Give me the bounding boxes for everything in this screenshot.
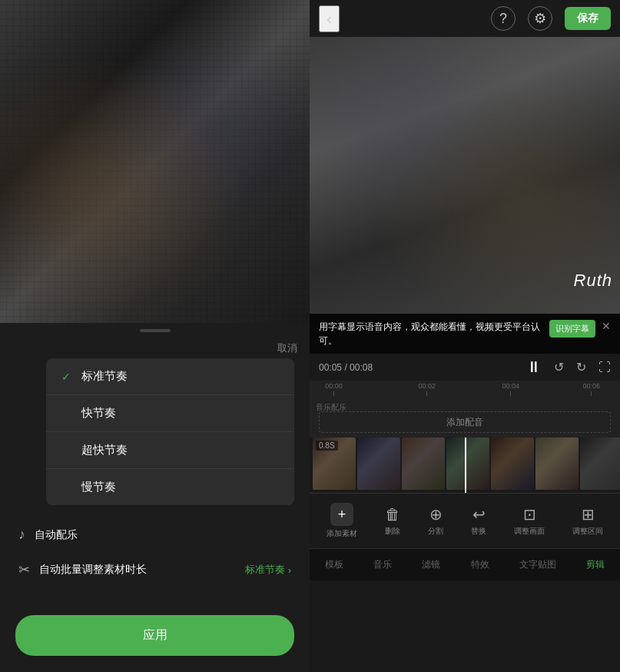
rhythm-dropdown: ✓ 标准节奏 快节奏 超快节奏 慢节奏 (46, 358, 294, 505)
dropdown-item-veryfast[interactable]: 超快节奏 (46, 432, 294, 469)
dropdown-item-fast[interactable]: 快节奏 (46, 395, 294, 432)
caption-banner: 用字幕显示语音内容，观众都能看懂，视频更受平台认可。 识别字幕 ✕ (310, 314, 620, 354)
tab-music[interactable]: 音乐 (367, 555, 398, 574)
ruler-mark-1: 00:02 (418, 382, 436, 396)
thumb-4 (446, 437, 489, 490)
replace-icon: ↩ (472, 505, 486, 524)
add-material-btn[interactable]: + 添加素材 (320, 500, 363, 542)
tab-text[interactable]: 文字贴图 (513, 555, 562, 574)
ruler-marks: 00:00 00:02 00:04 00:06 (310, 384, 620, 396)
right-panel: ‹ ? ⚙ 保存 Ruth 用字幕显示语音内容，观众都能看懂，视频更受平台认可。… (310, 0, 620, 672)
sub-label-standard: 标准节奏 › (245, 563, 291, 577)
left-video-preview (0, 0, 310, 323)
cancel-area: 取消 (0, 338, 310, 358)
left-video-overlay (0, 0, 310, 323)
tab-template[interactable]: 模板 (319, 555, 350, 574)
adjust-frame-btn[interactable]: ⊡ 调整画面 (508, 502, 551, 540)
ruler-mark-3: 00:06 (583, 382, 601, 396)
fullscreen-button[interactable]: ⛶ (598, 361, 611, 374)
add-audio-label: 添加配音 (446, 416, 483, 429)
time-total: 00:08 (350, 362, 373, 373)
playback-controls: ⏸ ↺ ↻ ⛶ (526, 358, 611, 376)
undo-button[interactable]: ↺ (554, 360, 564, 374)
tab-filter[interactable]: 滤镜 (416, 555, 446, 574)
check-icon: ✓ (61, 371, 74, 383)
adjust-frame-icon: ⊡ (523, 505, 536, 524)
playhead (465, 437, 466, 493)
left-panel: 取消 ✓ 标准节奏 快节奏 超快节奏 慢节奏 ♪ 自动配乐 ✂ 自动批量调整素 (0, 0, 310, 672)
dropdown-label-standard: 标准节奏 (81, 369, 128, 384)
auto-music-label: 自动配乐 (35, 528, 78, 542)
bottom-nav: 模板 音乐 滤镜 特效 文字贴图 剪辑 (310, 548, 620, 581)
back-button[interactable]: ‹ (319, 5, 340, 32)
strip-speed-label: 0.8S (316, 441, 338, 451)
ruler-mark-2: 00:04 (502, 382, 519, 396)
recognize-caption-button[interactable]: 识别字幕 (549, 320, 595, 338)
delete-btn[interactable]: 🗑 删除 (379, 503, 406, 540)
delete-label: 删除 (385, 526, 400, 537)
drag-bar (140, 329, 171, 332)
sub-label-text: 标准节奏 (245, 563, 285, 577)
scissors-icon: ✂ (18, 561, 30, 578)
drag-handle[interactable] (0, 323, 310, 338)
play-pause-button[interactable]: ⏸ (526, 358, 542, 376)
redo-button[interactable]: ↻ (576, 360, 586, 374)
topbar: ‹ ? ⚙ 保存 (310, 0, 620, 37)
dropdown-item-standard[interactable]: ✓ 标准节奏 (46, 358, 294, 395)
save-button[interactable]: 保存 (565, 7, 611, 30)
adjust-frame-label: 调整画面 (514, 526, 545, 537)
time-current: 00:05 (319, 362, 342, 373)
split-label: 分割 (428, 526, 443, 537)
left-menu: ♪ 自动配乐 ✂ 自动批量调整素材时长 标准节奏 › (0, 505, 310, 600)
dropdown-label-fast: 快节奏 (81, 406, 116, 421)
add-material-label: 添加素材 (327, 528, 357, 539)
split-btn[interactable]: ⊕ 分割 (422, 502, 449, 540)
adjust-range-icon: ⊞ (582, 505, 595, 524)
delete-icon: 🗑 (385, 506, 400, 524)
thumb-6 (535, 437, 579, 490)
thumb-2 (357, 437, 400, 490)
audio-track: 音乐配乐 添加配音 (310, 399, 620, 437)
timeline-section: 00:05 / 00:08 ⏸ ↺ ↻ ⛶ 00:00 00:02 (310, 354, 620, 672)
auto-adjust-item[interactable]: ✂ 自动批量调整素材时长 标准节奏 › (0, 552, 310, 587)
music-track-label: 音乐配乐 (316, 402, 346, 413)
thumb-3 (402, 437, 445, 490)
add-icon: + (330, 503, 353, 526)
caption-text: 用字幕显示语音内容，观众都能看懂，视频更受平台认可。 (319, 320, 543, 348)
replace-btn[interactable]: ↩ 替换 (465, 502, 492, 540)
thumb-5 (491, 437, 534, 490)
time-display: 00:05 / 00:08 (319, 362, 517, 373)
split-icon: ⊕ (429, 505, 443, 524)
cancel-button[interactable]: 取消 (277, 341, 297, 355)
right-video-preview: Ruth (310, 37, 620, 314)
tab-effects[interactable]: 特效 (465, 555, 496, 574)
auto-adjust-label: 自动批量调整素材时长 (39, 563, 147, 577)
chevron-right-icon: › (288, 564, 291, 576)
adjust-range-btn[interactable]: ⊞ 调整区间 (566, 502, 609, 540)
music-icon: ♪ (18, 527, 25, 543)
topbar-actions: ? ⚙ 保存 (491, 6, 611, 31)
caption-close-button[interactable]: ✕ (602, 320, 611, 332)
bottom-toolbar: + 添加素材 🗑 删除 ⊕ 分割 ↩ 替换 ⊡ 调整画面 ⊞ 调整区间 (310, 493, 620, 548)
tab-edit[interactable]: 剪辑 (580, 555, 611, 574)
replace-label: 替换 (471, 526, 486, 537)
auto-adjust-left: ✂ 自动批量调整素材时长 (18, 561, 147, 578)
dropdown-item-slow[interactable]: 慢节奏 (46, 469, 294, 505)
dropdown-label-slow: 慢节奏 (81, 480, 116, 494)
adjust-range-label: 调整区间 (572, 526, 603, 537)
timeline-ruler: 00:00 00:02 00:04 00:06 (310, 381, 620, 399)
auto-music-item[interactable]: ♪ 自动配乐 (0, 517, 310, 552)
settings-button[interactable]: ⚙ (528, 6, 552, 31)
ruth-text-overlay: Ruth (574, 271, 612, 291)
video-strip[interactable]: 0.8S (310, 437, 620, 493)
thumb-7 (580, 437, 620, 490)
apply-button[interactable]: 应用 (15, 615, 294, 656)
ruler-mark-0: 00:00 (325, 382, 343, 396)
add-audio-btn[interactable]: 添加配音 (319, 411, 611, 433)
dropdown-label-veryfast: 超快节奏 (81, 443, 128, 457)
help-button[interactable]: ? (491, 6, 516, 31)
timeline-controls: 00:05 / 00:08 ⏸ ↺ ↻ ⛶ (310, 354, 620, 381)
